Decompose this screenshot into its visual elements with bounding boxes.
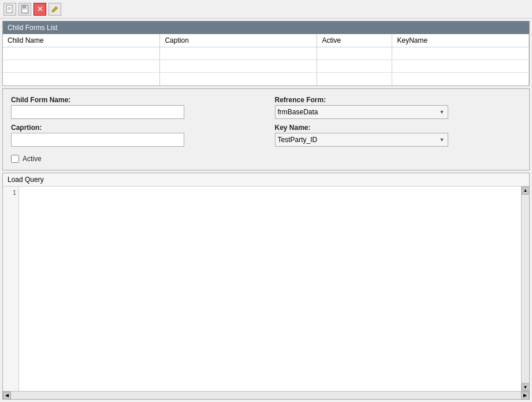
cell-caption — [160, 73, 317, 85]
line-numbers: 1 — [3, 187, 19, 392]
load-query-header: Load Query — [3, 173, 529, 187]
col-header-keyname: KeyName — [392, 34, 529, 47]
scroll-up-button[interactable]: ▲ — [522, 187, 530, 195]
child-form-name-group: Child Form Name: — [11, 96, 258, 119]
cell-keyname — [392, 60, 529, 73]
key-name-select[interactable]: TestParty_ID — [275, 133, 448, 147]
caption-group: Caprtion: — [11, 124, 258, 147]
scrollbar-h-track[interactable] — [11, 392, 521, 399]
key-name-dropdown-wrapper: TestParty_ID — [275, 133, 448, 147]
form-right-column: Refrence Form: frmBaseData Key Name: — [275, 96, 522, 147]
horizontal-scrollbar: ◀ ▶ — [3, 391, 529, 399]
line-number-1: 1 — [13, 189, 16, 196]
caption-input[interactable] — [11, 133, 184, 147]
cell-caption — [160, 47, 317, 60]
load-query-section: Load Query 1 ▲ ▼ ◀ ▶ — [2, 173, 530, 400]
table-container: Child Name Caption Active KeyName — [3, 34, 529, 85]
cell-active — [317, 47, 392, 60]
active-checkbox-row: Active — [11, 155, 258, 163]
svg-rect-0 — [6, 5, 12, 13]
query-editor[interactable] — [19, 187, 521, 392]
cell-child-name — [3, 47, 160, 60]
active-label: Active — [23, 155, 42, 163]
key-name-label: Key Name: — [275, 124, 522, 132]
table-row[interactable] — [3, 73, 529, 85]
svg-rect-6 — [22, 9, 28, 13]
reference-form-group: Refrence Form: frmBaseData — [275, 96, 522, 119]
scroll-down-button[interactable]: ▼ — [522, 383, 530, 391]
col-header-child-name: Child Name — [3, 34, 160, 47]
child-forms-header: Child Forms List — [3, 21, 529, 34]
child-forms-table: Child Name Caption Active KeyName — [3, 34, 529, 85]
svg-rect-5 — [23, 5, 26, 8]
cell-active — [317, 73, 392, 85]
table-row[interactable] — [3, 60, 529, 73]
cell-child-name — [3, 73, 160, 85]
child-form-name-input[interactable] — [11, 105, 184, 119]
new-button[interactable] — [3, 3, 16, 16]
form-fields-row: Child Form Name: Caprtion: Active — [11, 96, 521, 163]
form-details-section: Child Form Name: Caprtion: Active — [2, 88, 530, 170]
cell-child-name — [3, 60, 160, 73]
toolbar: ✕ — [0, 0, 532, 18]
child-form-name-label: Child Form Name: — [11, 96, 258, 104]
edit-button[interactable] — [49, 3, 61, 16]
table-row[interactable] — [3, 47, 529, 60]
main-container: Child Forms List Child Name Caption Acti… — [0, 18, 532, 402]
key-name-group: Key Name: TestParty_ID — [275, 124, 522, 147]
form-left-column: Child Form Name: Caprtion: Active — [11, 96, 258, 163]
cell-active — [317, 60, 392, 73]
scroll-left-button[interactable]: ◀ — [3, 392, 11, 400]
reference-form-dropdown-wrapper: frmBaseData — [275, 105, 448, 119]
vertical-scrollbar: ▲ ▼ — [521, 187, 529, 392]
new-icon — [5, 5, 14, 14]
cell-caption — [160, 60, 317, 73]
edit-icon — [50, 5, 59, 14]
caption-label: Caprtion: — [11, 124, 258, 132]
scroll-right-button[interactable]: ▶ — [521, 392, 529, 400]
col-header-active: Active — [317, 34, 392, 47]
col-header-caption: Caption — [160, 34, 317, 47]
scrollbar-track[interactable] — [522, 195, 529, 384]
reference-form-select[interactable]: frmBaseData — [275, 105, 448, 119]
active-checkbox[interactable] — [11, 155, 19, 163]
reference-form-label: Refrence Form: — [275, 96, 522, 104]
cell-keyname — [392, 73, 529, 85]
query-editor-container: 1 ▲ ▼ — [3, 187, 529, 392]
save-button[interactable] — [18, 3, 31, 16]
child-forms-section: Child Forms List Child Name Caption Acti… — [2, 21, 530, 86]
close-button[interactable]: ✕ — [34, 3, 46, 16]
close-icon: ✕ — [37, 5, 43, 13]
save-icon — [20, 5, 29, 14]
cell-keyname — [392, 47, 529, 60]
